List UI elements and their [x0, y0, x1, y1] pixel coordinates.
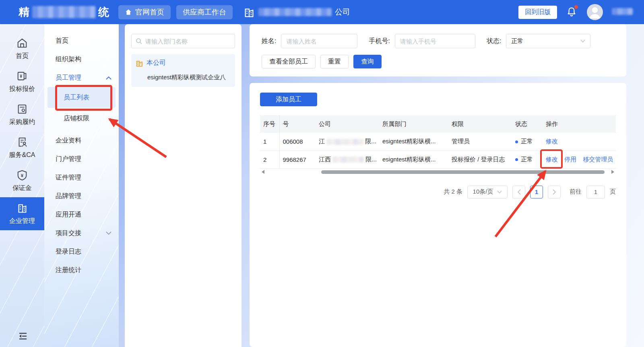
add-employee-button[interactable]: 添加员工	[260, 93, 317, 106]
col-header-actions: 操作	[543, 115, 616, 133]
user-avatar[interactable]	[587, 4, 603, 20]
employee-table: 序号 号 公司 所属部门 权限 状态 操作 1 006008 江	[260, 115, 616, 169]
supplier-workbench-label: 供应商工作台	[183, 7, 226, 17]
menu-item-employee-list[interactable]: 员工列表	[47, 87, 116, 108]
col-header-status: 状态	[512, 115, 543, 133]
menu-item-registration-stats[interactable]: 注册统计	[44, 261, 119, 279]
official-home-button[interactable]: 官网首页	[118, 5, 171, 19]
page-number-1[interactable]: 1	[530, 186, 543, 198]
menu-item-portal-management[interactable]: 门户管理	[44, 150, 119, 168]
rail-item-home[interactable]: 首页	[0, 32, 44, 65]
scroll-left-arrow[interactable]	[262, 170, 264, 174]
next-page-button[interactable]	[548, 186, 561, 198]
app-logo: 精 统	[19, 5, 109, 19]
tree-node-label: 本公司	[147, 59, 166, 67]
tree-selection-block: 本公司 esigntest精彩纵横测试企业八	[131, 54, 235, 87]
collapse-icon	[19, 333, 27, 340]
svg-text:¥: ¥	[21, 173, 24, 178]
svg-text:¥: ¥	[20, 74, 22, 78]
employee-table-card: 添加员工 序号 号 公司 所属部门 权限 状态 操作	[250, 83, 626, 347]
topbar: 精 统 官网首页 供应商工作台 公司 回到旧版	[0, 0, 644, 24]
col-header-index: 序号	[260, 115, 279, 133]
view-all-employees-button[interactable]: 查看全部员工	[262, 55, 316, 68]
menu-item-org-structure[interactable]: 组织架构	[44, 50, 119, 68]
phone-filter-input[interactable]	[395, 34, 475, 48]
reset-button[interactable]: 重置	[320, 55, 349, 68]
menu-item-shop-permission[interactable]: 店铺权限	[47, 108, 116, 129]
menu-item-app-activation[interactable]: 应用开通	[44, 205, 119, 224]
cell-account: 9968267	[279, 151, 316, 168]
goto-page-input[interactable]	[586, 186, 605, 198]
rail-label: 投标报价	[9, 85, 35, 93]
current-company[interactable]: 公司	[243, 6, 350, 18]
col-header-department: 所属部门	[379, 115, 448, 133]
sidebar-collapse-button[interactable]	[19, 333, 27, 341]
menu-item-login-log[interactable]: 登录日志	[44, 242, 119, 261]
status-filter-label: 状态:	[487, 37, 501, 45]
bid-quote-icon: ¥	[16, 70, 28, 82]
page-size-select[interactable]: 10条/页	[467, 186, 508, 198]
transfer-admin-link[interactable]: 移交管理员	[583, 156, 613, 163]
scrollbar-thumb[interactable]	[321, 170, 605, 174]
name-filter-input[interactable]	[281, 34, 357, 48]
purchase-icon	[16, 103, 28, 115]
supplier-workbench-button[interactable]: 供应商工作台	[176, 5, 233, 19]
rail-item-service-ca[interactable]: 服务&CA	[0, 131, 44, 164]
enterprise-menu: 首页 组织架构 员工管理 员工列表 店铺权限 企业资料 门户管理 证件管理 品牌…	[44, 24, 119, 347]
rail-label: 服务&CA	[9, 151, 35, 159]
search-button[interactable]: 查询	[353, 55, 382, 68]
cell-company: 江 限...	[316, 133, 379, 151]
cell-status: 正常	[512, 151, 543, 168]
rail-label: 采购履约	[9, 118, 35, 126]
status-filter-select[interactable]: 正常	[506, 34, 590, 48]
chevron-down-icon	[497, 190, 502, 194]
rail-item-deposit[interactable]: ¥ 保证金	[0, 164, 44, 197]
cell-actions: 修改	[543, 133, 616, 151]
cell-actions: 修改 停用 移交管理员	[543, 151, 616, 168]
cell-company: 江西 限...	[316, 151, 379, 168]
person-icon	[587, 4, 603, 20]
chevron-right-icon	[553, 189, 556, 195]
logo-suffix: 统	[98, 5, 109, 19]
edit-link[interactable]: 修改	[546, 156, 558, 163]
tree-node-department[interactable]: esigntest精彩纵横测试企业八	[147, 74, 231, 81]
edit-link[interactable]: 修改	[546, 138, 558, 145]
menu-item-employee-management[interactable]: 员工管理	[44, 68, 119, 87]
prev-page-button[interactable]	[512, 186, 525, 198]
horizontal-scrollbar	[260, 169, 616, 175]
tree-node-company[interactable]: 本公司	[135, 59, 231, 67]
rail-item-bid-quote[interactable]: ¥ 投标报价	[0, 65, 44, 98]
rail-item-purchase[interactable]: 采购履约	[0, 98, 44, 131]
total-count: 共 2 条	[444, 188, 462, 196]
cell-index: 1	[260, 133, 279, 151]
redacted-username	[612, 8, 633, 15]
menu-item-home[interactable]: 首页	[44, 31, 119, 50]
username[interactable]	[612, 8, 633, 17]
cell-index: 2	[260, 151, 279, 168]
department-search-input[interactable]	[145, 38, 231, 45]
rail-item-enterprise[interactable]: 企业管理	[0, 197, 44, 230]
chevron-left-icon	[517, 189, 521, 195]
goto-label: 前往	[570, 188, 582, 196]
col-header-company: 公司	[316, 115, 379, 133]
rail-label: 首页	[16, 52, 29, 60]
chevron-up-icon	[106, 76, 111, 80]
redacted-company	[332, 157, 364, 163]
notification-bell[interactable]	[566, 6, 578, 18]
menu-item-project-handover[interactable]: 项目交接	[44, 224, 119, 242]
department-tree-panel: 本公司 esigntest精彩纵横测试企业八	[125, 24, 242, 347]
status-filter-value: 正常	[511, 37, 523, 45]
menu-item-brand-management[interactable]: 品牌管理	[44, 187, 119, 205]
menu-item-enterprise-info[interactable]: 企业资料	[44, 131, 119, 150]
cell-account: 006008	[279, 133, 316, 151]
department-search[interactable]	[131, 34, 235, 48]
home-icon	[125, 8, 132, 16]
scroll-right-arrow[interactable]	[611, 170, 614, 174]
pagination: 共 2 条 10条/页 1 前往 页	[260, 186, 616, 198]
menu-item-certificate-management[interactable]: 证件管理	[44, 168, 119, 187]
service-ca-icon	[16, 136, 28, 148]
back-to-old-version-button[interactable]: 回到旧版	[518, 6, 557, 19]
col-header-permission: 权限	[448, 115, 512, 133]
disable-link[interactable]: 停用	[564, 156, 576, 163]
redacted-company	[326, 139, 363, 145]
